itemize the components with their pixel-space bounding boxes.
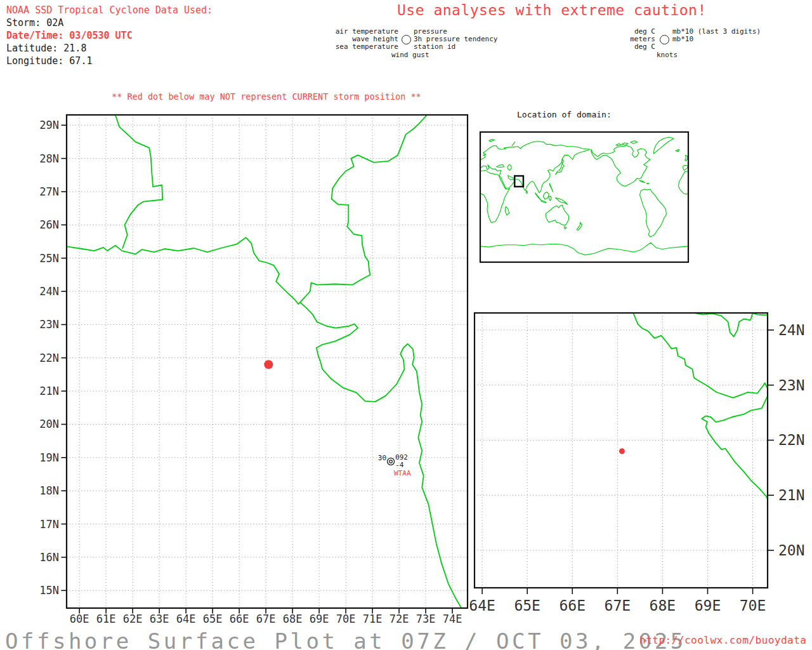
- main-map-lon-label: 63E: [150, 613, 169, 625]
- station-pressure-tendency: -4: [395, 461, 404, 469]
- coastline-path: [508, 164, 511, 170]
- main-map-lon-label: 73E: [416, 613, 436, 625]
- zoom-inset-lat-label: 22N: [778, 432, 805, 448]
- coastline-path: [653, 137, 674, 154]
- storm-position-warning: ** Red dot below may NOT represent CURRE…: [112, 91, 421, 102]
- coastline-path: [555, 164, 564, 175]
- coastline-path: [543, 192, 549, 199]
- main-map-lat-label: 22N: [39, 352, 59, 364]
- coastline-path: [480, 242, 688, 255]
- main-map-lat-label: 29N: [39, 119, 59, 131]
- zoom-inset-lat-label: 24N: [778, 322, 805, 338]
- station-inner-circle-icon: [390, 460, 393, 463]
- coastline-path: [695, 313, 768, 336]
- legend-sea-temperature: sea temperature: [272, 43, 398, 51]
- coastline-path: [526, 190, 528, 194]
- coastline-path: [683, 165, 688, 170]
- main-map-lon-label: 71E: [363, 613, 383, 625]
- coastline-path: [489, 139, 495, 141]
- main-map-lon-label: 64E: [176, 613, 196, 625]
- coastline-path: [577, 222, 582, 230]
- coastline-path: [633, 313, 768, 398]
- coastline-path: [480, 170, 510, 222]
- station-id: WTAA: [394, 469, 411, 477]
- zoom-inset-lon-label: 68E: [650, 597, 676, 614]
- main-map-lon-label: 61E: [96, 613, 116, 625]
- legend-station-id: station id: [414, 43, 455, 51]
- zoom-inset-lat-label: 20N: [778, 542, 805, 559]
- coastline-path: [497, 164, 504, 168]
- coastline-path: [549, 183, 553, 192]
- coastline-path: [555, 198, 567, 204]
- zoom-inset-lat-label: 21N: [778, 487, 805, 503]
- main-map-lat-label: 18N: [39, 484, 59, 497]
- main-map-lat-label: 23N: [39, 318, 59, 331]
- station-circle-icon: [402, 35, 411, 44]
- main-map-lat-label: 19N: [39, 451, 59, 464]
- coastline-path: [591, 146, 650, 187]
- main-map-lat-label: 16N: [39, 551, 59, 564]
- caution-headline: Use analyses with extreme caution!: [397, 2, 707, 18]
- world-inset-map: [480, 137, 688, 255]
- main-map-lon-label: 74E: [443, 613, 462, 625]
- offshore-surface-plot-page: 60E61E62E63E64E65E66E67E68E69E70E71E72E7…: [0, 0, 812, 650]
- station-circle-units-icon: [660, 35, 669, 44]
- coastline-path: [702, 396, 768, 500]
- coastline-path: [546, 205, 568, 225]
- coastline-path: [512, 142, 515, 146]
- zoom-inset-lon-label: 69E: [695, 597, 721, 614]
- coastline-path: [67, 237, 298, 304]
- page-title: Offshore Surface Plot at 07Z / OCT 03, 2…: [5, 628, 686, 650]
- legend-wind-gust: wind gust: [391, 51, 429, 59]
- coastline-path: [549, 196, 551, 201]
- zoom-inset-lon-label: 66E: [559, 597, 586, 614]
- main-map-lat-label: 17N: [39, 518, 59, 531]
- main-map-lon-label: 65E: [203, 613, 223, 625]
- coastline-path: [640, 189, 667, 237]
- coastline-path: [298, 115, 427, 304]
- coastline-path: [564, 227, 566, 229]
- main-map-lon-label: 67E: [256, 613, 276, 625]
- main-map-lat-label: 20N: [39, 418, 59, 430]
- main-map-lat-label: 25N: [39, 252, 59, 265]
- coastline-path: [562, 159, 564, 164]
- coastline-path: [631, 141, 638, 144]
- main-map-lat-label: 21N: [39, 385, 59, 397]
- coastline-path: [676, 149, 679, 152]
- station-circle-icon: [388, 458, 395, 465]
- source-url-link[interactable]: http://coolwx.com/buoydata: [639, 634, 806, 646]
- main-map-lon-label: 66E: [230, 613, 249, 625]
- station-plot: 30092-4WTAA: [378, 453, 411, 477]
- main-map-lon-label: 68E: [283, 613, 303, 625]
- main-map-lat-label: 26N: [39, 218, 59, 231]
- zoom-inset-lon-label: 67E: [605, 597, 631, 614]
- coastline-path: [639, 180, 645, 182]
- storm-datetime-line: Date/Time: 03/0530 UTC: [6, 29, 133, 42]
- coastline-path: [679, 171, 689, 194]
- main-map-lon-label: 62E: [123, 613, 143, 625]
- zoom-inset-lon-label: 70E: [740, 597, 766, 614]
- main-map-lat-label: 27N: [39, 185, 59, 198]
- legend-unit-degc-sea: deg C: [592, 43, 655, 51]
- coastline-path: [535, 193, 546, 203]
- main-map-lat-label: 24N: [39, 285, 59, 298]
- coastline-path: [616, 143, 621, 145]
- main-map-lon-label: 70E: [336, 613, 356, 625]
- coastline-path: [115, 115, 162, 248]
- coastline-path: [505, 206, 509, 215]
- main-map-lon-label: 72E: [390, 613, 409, 625]
- coastline-path: [646, 183, 649, 184]
- main-map-lon-label: 69E: [310, 613, 329, 625]
- noaa-source-note: NOAA SSD Tropical Cyclone Data Used:: [6, 4, 213, 17]
- station-air-temp: 30: [378, 454, 386, 462]
- zoom-inset-lon-label: 64E: [469, 597, 495, 614]
- legend-unit-knots: knots: [657, 51, 678, 59]
- main-map-lat-label: 15N: [39, 584, 59, 597]
- legend-unit-mb-tendency: mb*10: [672, 36, 693, 43]
- coastline-path: [685, 155, 688, 161]
- zoom-inset-lat-label: 23N: [778, 377, 805, 394]
- storm-position-dot-zoom: [619, 448, 625, 454]
- storm-id-line: Storm: 02A: [6, 17, 63, 29]
- zoom-inset-lon-label: 65E: [514, 597, 540, 614]
- main-map-lon-label: 60E: [70, 613, 89, 625]
